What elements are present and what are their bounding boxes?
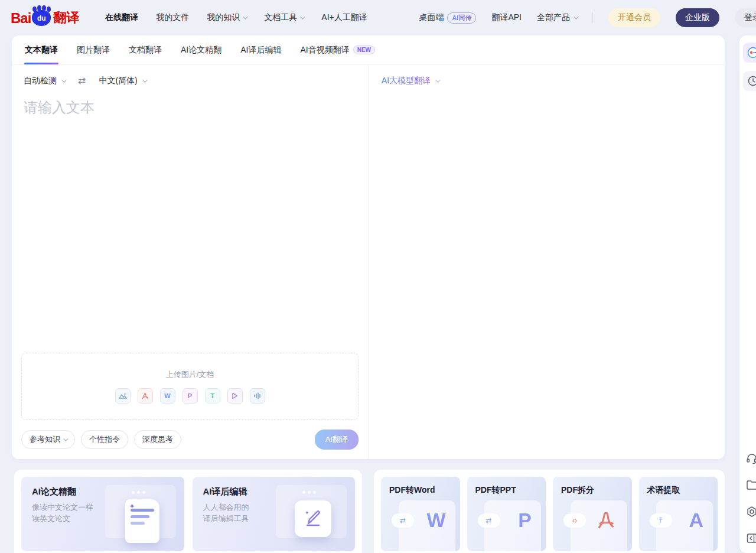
tab-image-translate[interactable]: 图片翻译 <box>77 35 110 64</box>
promo-card-ai-paper[interactable]: AI论文精翻 像读中文论文一样 读英文论文 ✦ <box>21 477 184 551</box>
tool-card-pdf-split[interactable]: PDF拆分 ‹› <box>553 477 632 551</box>
action-bar: 参考知识 个性指令 深度思考 AI翻译 <box>12 420 368 459</box>
ai-simultaneous-button[interactable] <box>743 43 756 63</box>
audio-file-icon <box>250 388 265 404</box>
document-illustration-icon: ✦ <box>125 499 159 543</box>
target-language-select[interactable]: 中文(简体) <box>99 76 145 86</box>
sparkle-icon: ✦ <box>129 502 135 510</box>
promo-group-left: AI论文精翻 像读中文论文一样 读英文论文 ✦ AI译后编辑 人人都会用的 译后… <box>14 470 362 553</box>
files-button[interactable] <box>745 479 756 494</box>
promo-card-ai-post-edit[interactable]: AI译后编辑 人人都会用的 译后编辑工具 ✦ <box>193 477 356 551</box>
tab-text-translate[interactable]: 文本翻译 <box>25 35 58 64</box>
translator-tabbar: 文本翻译 图片翻译 文档翻译 AI论文精翻 AI译后编辑 AI音视频翻译NEW <box>12 35 725 65</box>
word-letter-icon: W <box>426 509 445 532</box>
tool-title: 术语提取 <box>647 485 710 496</box>
chevron-down-icon <box>63 436 68 441</box>
history-button[interactable] <box>743 71 756 91</box>
tool-card-term-extract[interactable]: 术语提取 A ⤒ <box>639 477 718 551</box>
ppt-letter-icon: P <box>518 509 532 532</box>
top-navbar: Bai du 翻译 在线翻译 我的文件 我的知识 文档工具 AI+人工翻译 桌面… <box>0 0 756 35</box>
split-icon: ‹› <box>563 513 586 528</box>
chevron-down-icon <box>301 14 305 19</box>
tool-title: PDF拆分 <box>561 485 624 496</box>
chevron-down-icon <box>243 14 248 19</box>
paw-icon: du <box>32 10 51 26</box>
primary-nav: 在线翻译 我的文件 我的知识 文档工具 AI+人工翻译 <box>105 12 367 23</box>
pencil-illustration-icon: ✦ <box>295 500 331 537</box>
chevron-down-icon <box>435 77 440 82</box>
ai-translate-button[interactable]: AI翻译 <box>315 430 359 450</box>
file-type-icons: W P T <box>115 388 265 404</box>
nav-item-my-files[interactable]: 我的文件 <box>156 12 189 23</box>
logo-text-fanyi: 翻译 <box>53 9 79 27</box>
chevron-down-icon <box>573 14 578 19</box>
tool-title: PDF转Word <box>389 485 452 496</box>
tool-card-pdf-to-word[interactable]: PDF转Word W ⇄ <box>381 477 460 551</box>
baidu-logo[interactable]: Bai du 翻译 <box>11 9 79 27</box>
upload-dropzone[interactable]: 上传图片/文档 W P T <box>21 353 359 420</box>
word-file-icon: W <box>160 388 175 404</box>
tab-ai-paper-translate[interactable]: AI论文精翻 <box>181 35 221 64</box>
enterprise-button[interactable]: 企业版 <box>676 8 719 27</box>
term-letter-icon: A <box>689 509 703 532</box>
tab-document-translate[interactable]: 文档翻译 <box>129 35 162 64</box>
logo-text-bai: Bai <box>11 10 31 27</box>
pdf-file-icon <box>138 388 153 404</box>
folder-icon <box>745 479 756 492</box>
language-bar: 自动检测 ⇄ 中文(简体) <box>12 65 368 90</box>
new-badge: NEW <box>353 45 375 54</box>
reference-knowledge-chip[interactable]: 参考知识 <box>21 430 75 449</box>
login-button[interactable]: 登录 <box>735 8 756 27</box>
collapse-panel-icon <box>745 532 756 545</box>
nav-item-ai-human-translate[interactable]: AI+人工翻译 <box>321 12 367 23</box>
open-vip-button[interactable]: 开通会员 <box>608 8 660 27</box>
chevron-down-icon <box>61 77 66 82</box>
ai-simultaneous-badge: AI同传 <box>447 12 476 24</box>
translator-content: 自动检测 ⇄ 中文(简体) 上传图片/文档 W P T <box>12 65 725 459</box>
deep-thinking-chip[interactable]: 深度思考 <box>134 430 181 449</box>
nav-item-online-translate[interactable]: 在线翻译 <box>105 12 138 23</box>
video-file-icon <box>227 388 243 404</box>
tool-card-pdf-to-ppt[interactable]: PDF转PPT P ⇄ <box>467 477 546 551</box>
navbar-right: 桌面端 AI同传 翻译API 全部产品 开通会员 企业版 登录 <box>419 8 756 27</box>
convert-icon: ⇄ <box>478 513 500 528</box>
upload-label: 上传图片/文档 <box>166 369 214 380</box>
gear-icon <box>745 505 756 518</box>
swap-languages-icon[interactable]: ⇄ <box>78 76 86 86</box>
pdf-logo-icon <box>595 510 617 534</box>
active-tab-underline <box>24 63 58 64</box>
svg-text:✦: ✦ <box>305 510 309 516</box>
source-language-select[interactable]: 自动检测 <box>24 76 65 86</box>
headset-icon <box>745 452 756 465</box>
source-text-input[interactable] <box>12 90 368 353</box>
ai-simultaneous-icon <box>747 46 756 59</box>
settings-button[interactable] <box>745 505 756 521</box>
translate-api-link[interactable]: 翻译API <box>491 12 522 23</box>
decor-dots <box>132 491 145 494</box>
extract-icon: ⤒ <box>650 513 672 528</box>
image-file-icon <box>115 388 131 404</box>
tools-group: PDF转Word W ⇄ PDF转PPT P ⇄ PDF拆分 ‹› 术语提取 A… <box>374 470 725 553</box>
source-pane: 自动检测 ⇄ 中文(简体) 上传图片/文档 W P T <box>12 65 368 459</box>
all-products-link[interactable]: 全部产品 <box>537 12 577 23</box>
chevron-down-icon <box>142 77 147 82</box>
tab-ai-audio-video-translate[interactable]: AI音视频翻译NEW <box>300 35 375 64</box>
nav-item-doc-tools[interactable]: 文档工具 <box>264 12 304 23</box>
desktop-app-link[interactable]: 桌面端 AI同传 <box>419 12 476 24</box>
decor-dots <box>302 491 316 494</box>
collapse-sidebar-button[interactable] <box>745 532 756 547</box>
divider <box>592 12 593 23</box>
txt-file-icon: T <box>205 388 220 404</box>
convert-icon: ⇄ <box>392 513 414 528</box>
tab-ai-post-edit[interactable]: AI译后编辑 <box>240 35 281 64</box>
tool-title: PDF转PPT <box>475 485 538 496</box>
clock-icon <box>747 75 756 87</box>
nav-item-my-knowledge[interactable]: 我的知识 <box>207 12 246 23</box>
translation-engine-select[interactable]: AI大模型翻译 <box>382 76 712 86</box>
right-sidebar <box>739 35 756 553</box>
personal-instruction-chip[interactable]: 个性指令 <box>81 430 128 449</box>
ppt-file-icon: P <box>183 388 198 404</box>
result-pane: AI大模型翻译 <box>369 65 725 459</box>
customer-service-button[interactable] <box>745 452 756 467</box>
translator-panel: 文本翻译 图片翻译 文档翻译 AI论文精翻 AI译后编辑 AI音视频翻译NEW … <box>12 35 725 459</box>
